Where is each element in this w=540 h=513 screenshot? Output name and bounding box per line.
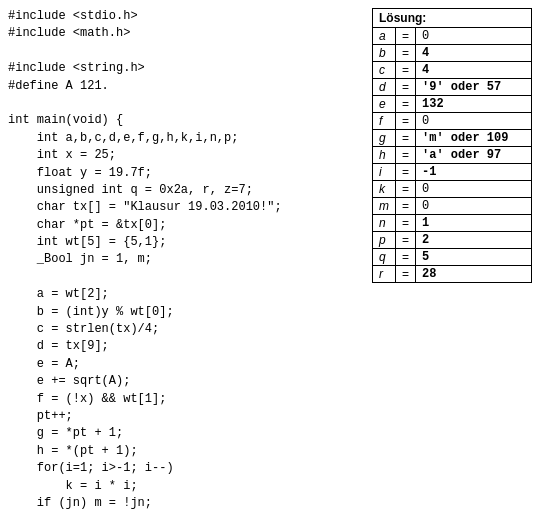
solution-row: p=2 xyxy=(373,232,532,249)
code-line: int a,b,c,d,e,f,g,h,k,i,n,p; xyxy=(8,130,362,147)
code-line: int main(void) { xyxy=(8,112,362,129)
code-line: for(i=1; i>-1; i--) xyxy=(8,460,362,477)
solution-row: h='a' oder 97 xyxy=(373,147,532,164)
solution-var: r xyxy=(373,266,396,283)
code-line: f = (!x) && wt[1]; xyxy=(8,391,362,408)
code-line xyxy=(8,43,362,60)
solution-eq: = xyxy=(396,28,416,45)
solution-var: e xyxy=(373,96,396,113)
code-line: pt++; xyxy=(8,408,362,425)
solution-val: 1 xyxy=(416,215,532,232)
solution-eq: = xyxy=(396,266,416,283)
solution-val: '9' oder 57 xyxy=(416,79,532,96)
code-line: #define A 121. xyxy=(8,78,362,95)
code-line: a = wt[2]; xyxy=(8,286,362,303)
solution-table: Lösung: a=0b=4c=4d='9' oder 57e=132f=0g=… xyxy=(372,8,532,283)
code-line xyxy=(8,269,362,286)
solution-var: d xyxy=(373,79,396,96)
solution-val: -1 xyxy=(416,164,532,181)
code-line: g = *pt + 1; xyxy=(8,425,362,442)
code-line: #include <math.h> xyxy=(8,25,362,42)
solution-var: n xyxy=(373,215,396,232)
code-panel: #include <stdio.h>#include <math.h> #inc… xyxy=(8,8,362,513)
solution-val: 0 xyxy=(416,28,532,45)
solution-var: k xyxy=(373,181,396,198)
solution-panel: Lösung: a=0b=4c=4d='9' oder 57e=132f=0g=… xyxy=(372,8,532,513)
solution-var: m xyxy=(373,198,396,215)
solution-var: g xyxy=(373,130,396,147)
code-line: _Bool jn = 1, m; xyxy=(8,251,362,268)
solution-var: p xyxy=(373,232,396,249)
solution-row: q=5 xyxy=(373,249,532,266)
solution-var: b xyxy=(373,45,396,62)
solution-var: c xyxy=(373,62,396,79)
solution-val: 0 xyxy=(416,198,532,215)
solution-val: 132 xyxy=(416,96,532,113)
solution-val: 4 xyxy=(416,62,532,79)
code-line: char *pt = &tx[0]; xyxy=(8,217,362,234)
solution-row: e=132 xyxy=(373,96,532,113)
solution-var: h xyxy=(373,147,396,164)
solution-eq: = xyxy=(396,249,416,266)
solution-val: 0 xyxy=(416,113,532,130)
code-line: int wt[5] = {5,1}; xyxy=(8,234,362,251)
code-line: b = (int)y % wt[0]; xyxy=(8,304,362,321)
solution-val: 28 xyxy=(416,266,532,283)
solution-val: 'm' oder 109 xyxy=(416,130,532,147)
solution-eq: = xyxy=(396,181,416,198)
code-line: char tx[] = "Klausur 19.03.2010!"; xyxy=(8,199,362,216)
solution-row: c=4 xyxy=(373,62,532,79)
solution-eq: = xyxy=(396,79,416,96)
code-line: k = i * i; xyxy=(8,478,362,495)
code-line: float y = 19.7f; xyxy=(8,165,362,182)
solution-eq: = xyxy=(396,215,416,232)
solution-header: Lösung: xyxy=(373,9,532,28)
code-line xyxy=(8,95,362,112)
solution-val: 2 xyxy=(416,232,532,249)
code-line: d = tx[9]; xyxy=(8,338,362,355)
solution-row: n=1 xyxy=(373,215,532,232)
solution-eq: = xyxy=(396,198,416,215)
code-line: #include <string.h> xyxy=(8,60,362,77)
solution-row: i=-1 xyxy=(373,164,532,181)
solution-row: g='m' oder 109 xyxy=(373,130,532,147)
solution-var: f xyxy=(373,113,396,130)
solution-row: b=4 xyxy=(373,45,532,62)
solution-eq: = xyxy=(396,45,416,62)
solution-val: 'a' oder 97 xyxy=(416,147,532,164)
code-line: if (jn) m = !jn; xyxy=(8,495,362,512)
code-line: int x = 25; xyxy=(8,147,362,164)
solution-eq: = xyxy=(396,96,416,113)
solution-eq: = xyxy=(396,62,416,79)
solution-var: a xyxy=(373,28,396,45)
solution-eq: = xyxy=(396,113,416,130)
solution-row: a=0 xyxy=(373,28,532,45)
code-line: #include <stdio.h> xyxy=(8,8,362,25)
code-line: unsigned int q = 0x2a, r, z=7; xyxy=(8,182,362,199)
solution-var: q xyxy=(373,249,396,266)
solution-row: k=0 xyxy=(373,181,532,198)
code-line: e = A; xyxy=(8,356,362,373)
solution-eq: = xyxy=(396,147,416,164)
solution-val: 0 xyxy=(416,181,532,198)
solution-eq: = xyxy=(396,130,416,147)
code-line: e += sqrt(A); xyxy=(8,373,362,390)
code-line: c = strlen(tx)/4; xyxy=(8,321,362,338)
solution-row: d='9' oder 57 xyxy=(373,79,532,96)
solution-row: r=28 xyxy=(373,266,532,283)
solution-eq: = xyxy=(396,164,416,181)
code-line: h = *(pt + 1); xyxy=(8,443,362,460)
solution-val: 5 xyxy=(416,249,532,266)
solution-val: 4 xyxy=(416,45,532,62)
solution-var: i xyxy=(373,164,396,181)
solution-eq: = xyxy=(396,232,416,249)
solution-row: m=0 xyxy=(373,198,532,215)
solution-row: f=0 xyxy=(373,113,532,130)
